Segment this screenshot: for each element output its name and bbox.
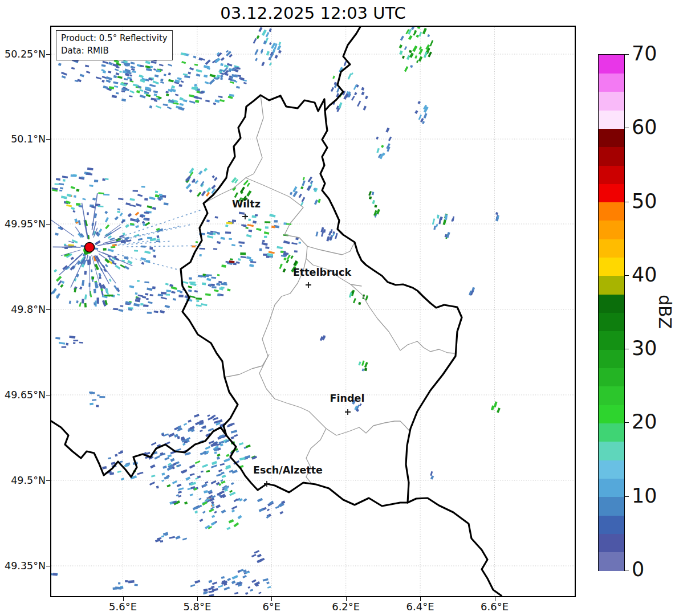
- radar-echo: [221, 576, 225, 579]
- radar-echo: [170, 458, 175, 462]
- radar-echo: [251, 554, 257, 557]
- colorbar-tick-mark: [625, 128, 629, 128]
- radar-echo: [166, 484, 170, 487]
- radar-echo: [424, 52, 428, 58]
- radar-echo: [147, 237, 152, 239]
- border-path: [246, 95, 361, 286]
- radar-echo: [196, 304, 202, 307]
- radar-echo: [344, 61, 347, 66]
- colorbar-segment: [599, 442, 624, 460]
- radar-echo: [218, 469, 222, 472]
- radar-echo: [171, 286, 177, 289]
- radar-echo: [79, 287, 82, 290]
- radar-echo: [261, 62, 265, 66]
- y-tick-mark: [46, 395, 50, 395]
- radar-echo: [249, 264, 254, 267]
- radar-echo: [206, 187, 211, 193]
- product-line: Product: 0.5° Reflectivity: [61, 32, 168, 45]
- radar-echo: [101, 64, 106, 67]
- radar-echo: [274, 55, 278, 59]
- y-tick-label: 49.95°N: [0, 218, 46, 230]
- radar-echo: [151, 442, 157, 446]
- radar-echo: [92, 198, 96, 201]
- radar-echo: [175, 94, 178, 96]
- radar-echo: [143, 304, 149, 307]
- radar-echo: [195, 478, 198, 480]
- radar-echo: [181, 470, 186, 474]
- radar-echo: [164, 74, 166, 76]
- y-tick-label: 49.5°N: [0, 475, 46, 486]
- radar-echo: [159, 194, 162, 197]
- radar-echo: [99, 273, 101, 276]
- radar-echo: [353, 84, 357, 90]
- radar-echo: [255, 214, 258, 216]
- radar-echo: [205, 293, 211, 296]
- radar-echo: [115, 68, 119, 71]
- colorbar-segment: [599, 110, 624, 129]
- radar-echo: [361, 92, 364, 96]
- radar-echo: [145, 293, 148, 295]
- radar-echo: [184, 423, 187, 426]
- radar-echo: [177, 77, 182, 80]
- radar-echo: [261, 48, 263, 52]
- colorbar-tick-mark: [625, 202, 629, 202]
- radar-echo: [338, 102, 342, 108]
- colorbar-segment: [599, 349, 624, 368]
- radar-echo: [145, 60, 151, 64]
- radar-echo: [267, 586, 271, 589]
- radar-echo: [121, 99, 126, 102]
- radar-echo: [164, 457, 169, 460]
- radar-echo: [280, 251, 283, 253]
- radar-echo: [153, 68, 156, 71]
- radar-echo: [245, 227, 248, 229]
- radar-echo: [120, 305, 124, 307]
- radar-echo: [177, 484, 182, 487]
- radar-echo: [178, 295, 183, 297]
- radar-echo: [181, 80, 184, 83]
- radar-echo: [239, 442, 243, 446]
- radar-echo: [161, 472, 165, 475]
- radar-echo: [266, 32, 270, 37]
- radar-echo: [231, 430, 237, 433]
- colorbar-segment: [599, 515, 624, 534]
- colorbar-tick-label: 10: [632, 484, 657, 507]
- radar-echo: [135, 292, 138, 295]
- country-borders: [51, 27, 503, 596]
- colorbar-segment: [599, 202, 624, 221]
- radar-echo: [353, 298, 356, 303]
- radar-echo: [156, 235, 159, 238]
- radar-echo: [206, 192, 210, 197]
- radar-echo: [267, 508, 270, 511]
- radar-echo: [409, 52, 414, 58]
- radar-echo: [91, 206, 95, 209]
- radar-echo: [93, 289, 96, 293]
- radar-echo: [262, 242, 268, 246]
- radar-echo: [302, 197, 306, 202]
- radar-echo: [206, 219, 210, 222]
- radar-echo: [212, 175, 215, 178]
- radar-echo: [298, 194, 302, 198]
- y-tick-label: 50.1°N: [0, 133, 46, 145]
- radar-echo: [277, 45, 282, 51]
- colorbar-segment: [599, 276, 624, 295]
- radar-echo: [201, 191, 206, 197]
- radar-echo: [201, 471, 204, 473]
- radar-echo: [258, 27, 262, 32]
- radar-echo: [189, 189, 192, 193]
- y-tick-label: 49.65°N: [0, 389, 46, 401]
- radar-echo: [257, 559, 262, 564]
- colorbar-tick-mark: [625, 54, 629, 55]
- radar-echo: [211, 501, 214, 504]
- radar-echo: [381, 145, 384, 148]
- radar-echo: [266, 581, 270, 584]
- radar-echo: [189, 100, 196, 104]
- radar-echo: [105, 264, 108, 267]
- radar-echo: [103, 71, 106, 74]
- radar-echo: [71, 174, 76, 177]
- radar-echo: [105, 217, 109, 222]
- radar-echo: [314, 199, 318, 205]
- radar-echo: [361, 87, 365, 91]
- radar-echo: [225, 231, 231, 234]
- radar-echo: [103, 194, 109, 195]
- radar-echo: [199, 254, 202, 257]
